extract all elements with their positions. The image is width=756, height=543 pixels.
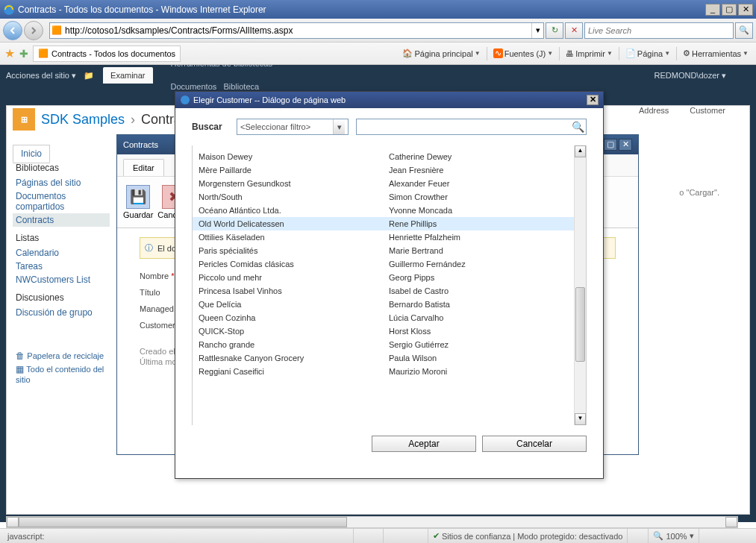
scroll-down-button[interactable]: ▼ [575,413,586,425]
link-nwcustomers[interactable]: NWCustomers List [16,273,110,286]
save-button[interactable]: 💾Guardar [123,185,153,219]
refresh-button[interactable]: ↻ [546,22,563,39]
customer-row[interactable]: Piccolo und mehrGeorg Pipps [193,271,586,284]
customer-row[interactable]: Maison DeweyCatherine Dewey [193,150,586,163]
contact-name: Catherine Dewey [389,152,580,161]
customer-row[interactable]: Princesa Isabel VinhosIsabel de Castro [193,284,586,298]
maximize-button[interactable]: ▢ [722,4,737,16]
link-contracts[interactable]: Contracts [13,213,110,227]
page-menu[interactable]: 📄Página▼ [622,45,673,62]
customer-row[interactable]: QUICK-StopHorst Kloss [193,324,586,338]
contracts-close[interactable]: ✕ [619,139,632,151]
contact-name: Rene Phillips [389,219,580,228]
search-input[interactable] [585,23,733,38]
browse-tab[interactable]: Examinar [103,67,152,84]
back-button[interactable] [3,21,22,40]
link-calendar[interactable]: Calendario [16,246,110,260]
feeds-menu[interactable]: ∿Fuentes (J)▼ [490,45,557,62]
tools-menu[interactable]: ⚙Herramientas▼ [680,45,752,62]
customer-row[interactable]: Que DelíciaBernardo Batista [193,298,586,311]
customer-row[interactable]: Queen CozinhaLúcia Carvalho [193,311,586,324]
scroll-up-button[interactable]: ▲ [575,145,586,157]
dialog-close-button[interactable]: ✕ [587,95,599,105]
customer-row[interactable]: Reggiani CaseificiMaurizio Moroni [193,365,586,378]
contracts-maximize[interactable]: ▢ [604,139,617,151]
stop-button[interactable]: ✕ [565,22,583,39]
customer-row[interactable]: Rancho grandeSergio Gutiérrez [193,338,586,351]
customer-row[interactable]: Old World DelicatessenRene Phillips [193,217,586,230]
tab-icon: 🟧 [38,48,49,58]
user-menu[interactable]: REDMOND\dozer ▾ [655,71,726,81]
navigate-up-icon[interactable]: 📁 [84,71,94,81]
customer-row[interactable]: Ottilies KäseladenHenriette Pfalzheim [193,230,586,244]
dialog-ie-icon [180,95,190,105]
link-recycle-bin[interactable]: 🗑 Papelera de reciclaje [16,349,110,362]
address-bar[interactable]: 🟧 ▾ [49,22,544,39]
link-all-content[interactable]: ▦ Todo el contenido del sitio [16,362,110,386]
sp-ribbon: Acciones del sitio ▾ 📁 Examinar Herramie… [0,65,756,86]
link-site-pages[interactable]: Páginas del sitio [16,176,110,189]
contact-name: Horst Kloss [389,327,580,336]
close-button[interactable]: ✕ [738,4,753,16]
hscroll-left[interactable] [7,517,19,527]
col-customer[interactable]: Customer [679,106,736,115]
favorites-icon[interactable]: ★ [4,46,15,60]
library-tools-group: Herramientas de bibliotecas Documentos B… [171,65,272,92]
forward-button[interactable] [24,21,43,40]
cancel-dialog-button[interactable]: Cancelar [482,436,587,452]
save-icon: 💾 [126,185,150,209]
search-text-input[interactable] [357,119,569,134]
accept-button[interactable]: Aceptar [372,436,476,452]
hscroll-thumb[interactable] [19,517,347,527]
command-bar: ★ ✚ 🟧 Contracts - Todos los documentos 🏠… [0,43,756,65]
contact-name: Henriette Pfalzheim [389,233,580,242]
search-button[interactable]: 🔍 [735,22,753,39]
scroll-thumb[interactable] [575,287,585,362]
customer-row[interactable]: Océano Atlántico Ltda.Yvonne Moncada [193,204,586,217]
customer-row[interactable]: Mère PaillardeJean Fresnière [193,163,586,177]
tab-title: Contracts - Todos los documentos [51,49,175,58]
hscroll-right[interactable] [725,517,737,527]
search-field[interactable]: 🔍 [356,119,587,135]
minimize-button[interactable]: _ [705,4,720,16]
add-favorite-icon[interactable]: ✚ [19,48,28,60]
search-box[interactable] [584,22,734,39]
search-label: Buscar [192,122,229,132]
scrollbar[interactable]: ▲ ▼ [574,145,586,425]
site-actions-menu[interactable]: Acciones del sitio ▾ [6,71,76,81]
home-menu[interactable]: 🏠Página principal▼ [399,45,483,62]
url-dropdown-icon[interactable]: ▾ [531,23,543,38]
company-name: Princesa Isabel Vinhos [199,286,389,295]
status-bar: javascript: ✔Sitios de confianza | Modo … [0,528,756,543]
info-icon: ⓘ [145,242,153,254]
customer-row[interactable]: Rattlesnake Canyon GroceryPaula Wilson [193,351,586,365]
company-name: Piccolo und mehr [199,273,389,282]
url-input[interactable] [63,23,531,38]
page-hscroll[interactable] [6,516,738,528]
customer-row[interactable]: North/SouthSimon Crowther [193,190,586,204]
section-discussions: Discusiones [16,292,110,303]
col-address[interactable]: Address [628,106,679,115]
section-lists: Listas [16,233,110,243]
site-logo[interactable]: ⊞ [13,108,35,131]
customer-row[interactable]: Morgenstern GesundkostAlexander Feuer [193,177,586,190]
documents-tab[interactable]: Documentos [171,82,217,91]
customer-row[interactable]: Pericles Comidas clásicasGuillermo Ferná… [193,257,586,271]
print-menu[interactable]: 🖶Imprimir▼ [563,45,616,62]
breadcrumb-site[interactable]: SDK Samples [41,112,125,128]
filter-select[interactable]: <Seleccionar filtro> ▾ [237,119,349,135]
dialog-search-row: Buscar <Seleccionar filtro> ▾ 🔍 [175,108,603,145]
contact-name: Jean Fresnière [389,166,580,175]
customer-row[interactable]: Paris spécialitésMarie Bertrand [193,244,586,257]
contact-name: Bernardo Batista [389,300,580,309]
browser-tab[interactable]: 🟧 Contracts - Todos los documentos [33,45,181,62]
search-icon[interactable]: 🔍 [569,121,586,133]
library-tab[interactable]: Biblioteca [223,82,259,91]
edit-tab[interactable]: Editar [123,159,164,176]
link-tasks[interactable]: Tareas [16,260,110,273]
link-group-discussion[interactable]: Discusión de grupo [16,306,110,319]
zoom-control[interactable]: 🔍100% ▾ [649,529,699,543]
link-shared-docs[interactable]: Documentos compartidos [16,189,110,213]
company-name: Reggiani Caseifici [199,367,389,376]
status-js: javascript: [3,529,354,543]
